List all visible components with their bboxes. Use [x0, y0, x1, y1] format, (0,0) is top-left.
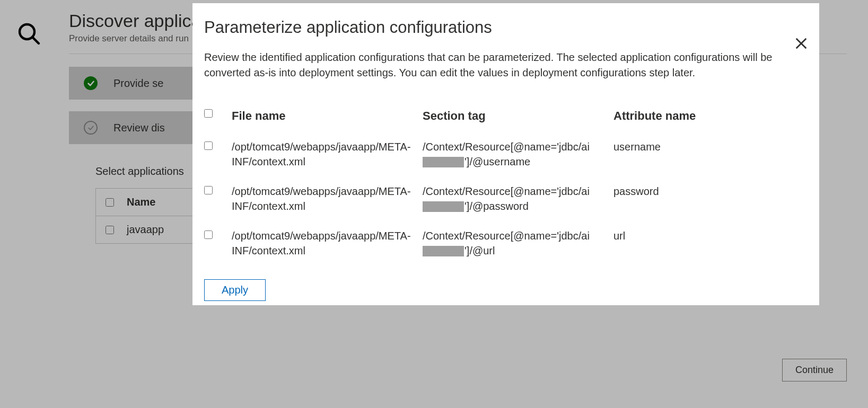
- redacted-text: [423, 201, 464, 212]
- config-row-checkbox[interactable]: [204, 141, 213, 150]
- config-row: /opt/tomcat9/webapps/javaapp/META-INF/co…: [204, 184, 794, 214]
- close-button[interactable]: [794, 36, 809, 53]
- apply-button[interactable]: Apply: [204, 279, 266, 301]
- section-tag-cell: /Context/Resource[@name='jdbc/ai']/@url: [423, 228, 613, 258]
- parameterize-modal: Parameterize application configurations …: [192, 3, 819, 305]
- redacted-text: [423, 246, 464, 256]
- select-all-configs-checkbox[interactable]: [204, 109, 213, 118]
- config-row: /opt/tomcat9/webapps/javaapp/META-INF/co…: [204, 139, 794, 169]
- file-name-cell: /opt/tomcat9/webapps/javaapp/META-INF/co…: [232, 228, 423, 258]
- section-tag-cell: /Context/Resource[@name='jdbc/ai']/@user…: [423, 139, 613, 169]
- attribute-name-cell: url: [613, 228, 794, 243]
- config-row-checkbox[interactable]: [204, 230, 213, 239]
- config-row: /opt/tomcat9/webapps/javaapp/META-INF/co…: [204, 228, 794, 258]
- modal-description: Review the identified application config…: [204, 50, 777, 81]
- config-table: File name Section tag Attribute name /op…: [204, 108, 794, 258]
- attribute-name-cell: username: [613, 139, 794, 154]
- column-header-file: File name: [232, 108, 423, 125]
- column-header-attribute: Attribute name: [613, 108, 794, 125]
- modal-title: Parameterize application configurations: [204, 18, 794, 37]
- config-table-header: File name Section tag Attribute name: [204, 108, 794, 125]
- column-header-section: Section tag: [423, 108, 613, 125]
- redacted-text: [423, 157, 464, 167]
- config-row-checkbox[interactable]: [204, 186, 213, 194]
- section-tag-cell: /Context/Resource[@name='jdbc/ai']/@pass…: [423, 184, 613, 214]
- file-name-cell: /opt/tomcat9/webapps/javaapp/META-INF/co…: [232, 139, 423, 169]
- attribute-name-cell: password: [613, 184, 794, 199]
- file-name-cell: /opt/tomcat9/webapps/javaapp/META-INF/co…: [232, 184, 423, 214]
